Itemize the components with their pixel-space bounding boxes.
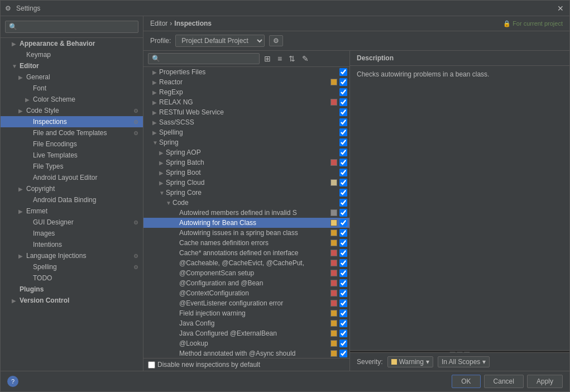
sidebar-item-android-data-binding[interactable]: Android Data Binding (1, 194, 143, 205)
insp-item[interactable]: Java Config (143, 318, 349, 328)
insp-checkbox[interactable] (339, 239, 347, 247)
sidebar-item-todo[interactable]: TODO (1, 273, 143, 284)
insp-checkbox[interactable] (339, 189, 347, 197)
ok-button[interactable]: OK (452, 375, 480, 388)
insp-item-label: Properties Files (159, 68, 338, 76)
inspections-search-input[interactable] (148, 53, 260, 64)
insp-checkbox[interactable] (339, 299, 347, 307)
insp-item[interactable]: @Configuration and @Bean (143, 278, 349, 288)
insp-checkbox[interactable] (339, 269, 347, 277)
sidebar-item-font[interactable]: Font (1, 83, 143, 94)
insp-checkbox[interactable] (339, 169, 347, 176)
insp-item[interactable]: Autowired members defined in invalid S (143, 208, 349, 218)
insp-item[interactable]: ▶ Spring Cloud (143, 178, 349, 188)
sidebar-item-version-control[interactable]: ▶ Version Control (1, 295, 143, 306)
insp-item[interactable]: @ComponentScan setup (143, 268, 349, 278)
search-input[interactable] (5, 21, 138, 33)
insp-checkbox[interactable] (339, 138, 347, 146)
insp-checkbox[interactable] (339, 340, 347, 347)
insp-checkbox[interactable] (339, 118, 347, 126)
insp-item[interactable]: Java Configured @ExternalBean (143, 328, 349, 338)
apply-button[interactable]: Apply (527, 375, 563, 388)
insp-item[interactable]: ▶ RELAX NG (143, 97, 349, 107)
profile-select[interactable]: Project Default Project Default (175, 35, 265, 47)
insp-item[interactable]: ▶ Spring Boot (143, 168, 349, 178)
insp-checkbox[interactable] (339, 199, 347, 207)
insp-checkbox[interactable] (339, 98, 347, 106)
insp-item[interactable]: @Cacheable, @CacheEvict, @CachePut, (143, 258, 349, 268)
insp-checkbox[interactable] (339, 289, 347, 297)
insp-checkbox[interactable] (339, 219, 347, 227)
sidebar-item-file-types[interactable]: File Types (1, 161, 143, 172)
sidebar-item-editor[interactable]: ▼ Editor (1, 60, 143, 71)
sidebar-item-android-layout-editor[interactable]: Android Layout Editor (1, 172, 143, 183)
sidebar-item-appearance[interactable]: ▶ Appearance & Behavior (1, 38, 143, 49)
insp-checkbox[interactable] (339, 329, 347, 337)
insp-checkbox[interactable] (339, 209, 347, 217)
sidebar-item-live-templates[interactable]: Live Templates (1, 150, 143, 161)
cancel-button[interactable]: Cancel (484, 375, 524, 388)
insp-item[interactable]: @ContextConfiguration (143, 288, 349, 298)
filter-button[interactable]: ⊞ (262, 53, 273, 64)
insp-checkbox[interactable] (339, 319, 347, 327)
insp-item[interactable]: ▶ Sass/SCSS (143, 117, 349, 127)
insp-item[interactable]: ▶ Properties Files (143, 67, 349, 77)
insp-item[interactable]: Autowiring issues in a spring bean class (143, 228, 349, 238)
insp-item[interactable]: ▶ RegExp (143, 87, 349, 97)
sidebar-item-file-code-templates[interactable]: File and Code Templates ⚙ (1, 127, 143, 138)
insp-item[interactable]: Field injection warning (143, 308, 349, 318)
insp-item[interactable]: Method annotated with @Async should (143, 348, 349, 358)
expand-all-button[interactable]: ≡ (275, 53, 284, 64)
insp-checkbox[interactable] (339, 279, 347, 287)
scope-select[interactable]: In All Scopes ▾ (438, 356, 490, 367)
sidebar-item-gui-designer[interactable]: GUI Designer ⚙ (1, 217, 143, 228)
disable-new-inspections-label[interactable]: Disable new inspections by default (148, 361, 260, 369)
insp-item[interactable]: ▶ Spelling (143, 127, 349, 137)
profile-gear-button[interactable]: ⚙ (269, 35, 283, 46)
sidebar-item-code-style[interactable]: ▶ Code Style ⚙ (1, 105, 143, 116)
insp-checkbox[interactable] (339, 149, 347, 156)
sidebar-item-keymap[interactable]: Keymap (1, 49, 143, 60)
sidebar-item-inspections[interactable]: Inspections ⚙ (1, 116, 143, 127)
help-button[interactable]: ? (7, 376, 18, 387)
insp-checkbox[interactable] (339, 229, 347, 237)
insp-item[interactable]: ▶ Reactor (143, 77, 349, 87)
close-button[interactable]: ✕ (556, 4, 565, 13)
insp-checkbox[interactable] (339, 350, 347, 357)
insp-item[interactable]: ▼ Code (143, 198, 349, 208)
insp-item[interactable]: ▶ Spring AOP (143, 147, 349, 157)
insp-checkbox[interactable] (339, 78, 347, 86)
sort-button[interactable]: ⇅ (286, 53, 298, 64)
edit-button[interactable]: ✎ (300, 53, 311, 64)
insp-checkbox[interactable] (339, 128, 347, 136)
insp-checkbox[interactable] (339, 249, 347, 257)
insp-item-selected[interactable]: Autowiring for Bean Class (143, 218, 349, 228)
sidebar-item-intentions[interactable]: Intentions (1, 239, 143, 250)
insp-checkbox[interactable] (339, 309, 347, 317)
insp-item[interactable]: Cache* annotations defined on interface (143, 248, 349, 258)
sidebar-item-file-encodings[interactable]: File Encodings (1, 138, 143, 150)
sidebar-item-copyright[interactable]: ▶ Copyright (1, 183, 143, 194)
sidebar-item-spelling[interactable]: Spelling ⚙ (1, 261, 143, 273)
insp-checkbox[interactable] (339, 159, 347, 166)
insp-checkbox[interactable] (339, 68, 347, 76)
sidebar-item-emmet[interactable]: ▶ Emmet (1, 205, 143, 217)
sidebar-item-general[interactable]: ▶ General (1, 71, 143, 83)
insp-item[interactable]: ▶ RESTful Web Service (143, 107, 349, 117)
insp-checkbox[interactable] (339, 259, 347, 267)
insp-item[interactable]: @EventListener configuration error (143, 298, 349, 308)
sidebar-item-language-injections[interactable]: ▶ Language Injections ⚙ (1, 250, 143, 261)
insp-item[interactable]: ▼ Spring Core (143, 188, 349, 198)
sidebar-item-color-scheme[interactable]: ▶ Color Scheme (1, 94, 143, 105)
sidebar-item-plugins[interactable]: Plugins (1, 284, 143, 295)
insp-checkbox[interactable] (339, 108, 347, 116)
insp-item[interactable]: Cache names definition errors (143, 238, 349, 248)
insp-item[interactable]: ▶ Spring Batch (143, 157, 349, 168)
insp-item[interactable]: @Lookup (143, 338, 349, 348)
severity-select[interactable]: Warning ▾ (387, 356, 433, 367)
sidebar-item-images[interactable]: Images (1, 228, 143, 239)
insp-checkbox[interactable] (339, 88, 347, 96)
insp-checkbox[interactable] (339, 179, 347, 187)
insp-item[interactable]: ▼ Spring (143, 137, 349, 147)
disable-new-inspections-checkbox[interactable] (148, 361, 155, 369)
